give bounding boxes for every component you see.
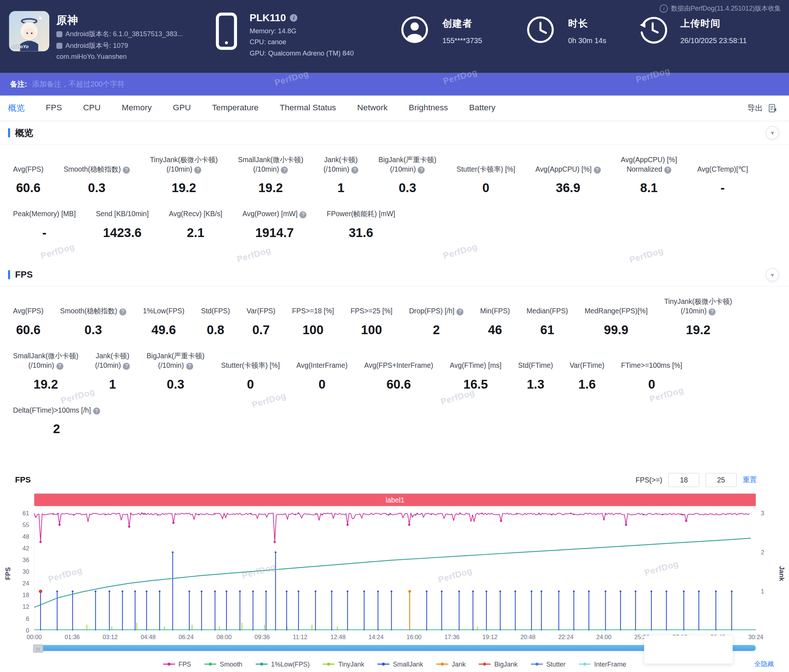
metric-value: 0.3 xyxy=(85,322,102,337)
help-icon[interactable]: ? xyxy=(120,308,126,315)
metric-1%low-fps-: 1%Low(FPS)49.6 xyxy=(143,306,184,337)
help-icon[interactable]: ? xyxy=(123,166,130,174)
help-icon[interactable]: ? xyxy=(281,166,288,174)
metric-value: 2 xyxy=(433,322,440,337)
metric-median-fps-: Median(FPS)61 xyxy=(526,306,568,337)
note-label: 备注: xyxy=(10,80,27,89)
metric-value: 1914.7 xyxy=(256,225,294,240)
legend-swatch xyxy=(204,662,216,667)
metric-value: 0 xyxy=(318,377,326,391)
tab-brightness[interactable]: Brightness xyxy=(409,103,448,113)
tab-gpu[interactable]: GPU xyxy=(173,103,191,113)
help-icon[interactable]: ? xyxy=(194,166,201,174)
fps-threshold-high-input[interactable] xyxy=(705,473,736,487)
metric-label: Avg(Recv) [KB/s] xyxy=(169,209,222,219)
metric-label: Smooth(稳帧指数)? xyxy=(60,306,126,316)
legend-item-smalljank[interactable]: SmallJank xyxy=(377,660,423,668)
legend-item-interframe[interactable]: InterFrame xyxy=(578,660,626,668)
metric-avg-fps-: Avg(FPS)60.6 xyxy=(13,164,43,195)
android-version-name: Android版本名: 6.1.0_38157513_383... xyxy=(65,30,183,39)
legend-item-tinyjank[interactable]: TinyJank xyxy=(323,660,364,668)
metric-smooth-: Smooth(稳帧指数)?0.3 xyxy=(60,306,126,337)
export-button[interactable]: 导出 xyxy=(747,103,763,113)
svg-text:11:12: 11:12 xyxy=(292,634,307,641)
section-accent-bar xyxy=(8,128,10,137)
metric-label: FPS>=18 [%] xyxy=(292,306,334,316)
tab-memory[interactable]: Memory xyxy=(121,103,152,113)
help-icon[interactable]: ? xyxy=(457,308,463,315)
legend-swatch xyxy=(479,662,490,667)
metric-label: Var(FTime) xyxy=(569,361,604,370)
metric-bigjank-: BigJank(严重卡顿)(/10min)?0.3 xyxy=(147,351,204,391)
legend-swatch xyxy=(578,662,591,667)
note-input[interactable]: 添加备注，不超过200个字符 xyxy=(32,80,779,89)
help-icon[interactable]: ? xyxy=(93,408,100,415)
person-icon xyxy=(400,15,429,44)
app-info: miHoYo 原神 Android版本名: 6.1.0_38157513_383… xyxy=(9,11,183,60)
overview-collapse-button[interactable]: ▼ xyxy=(766,126,779,139)
svg-text:00:00: 00:00 xyxy=(27,634,42,641)
legend-item-1%low-fps-[interactable]: 1%Low(FPS) xyxy=(256,660,309,668)
metric-min-fps-: Min(FPS)46 xyxy=(480,306,509,337)
help-icon[interactable]: ? xyxy=(186,363,193,370)
legend-swatch xyxy=(323,662,335,667)
help-icon[interactable]: ? xyxy=(709,308,716,315)
device-model: PLK110 xyxy=(249,12,286,24)
legend-item-smooth[interactable]: Smooth xyxy=(204,660,242,668)
metric-value: 1.6 xyxy=(578,377,596,391)
metric-row: Avg(FPS)60.6Smooth(稳帧指数)?0.3TinyJank(极微小… xyxy=(13,155,785,195)
chart-label-bar: label1 xyxy=(34,493,756,506)
header: miHoYo 原神 Android版本名: 6.1.0_38157513_383… xyxy=(0,0,789,73)
scrollbar-drag-handle[interactable]: ||| xyxy=(33,645,43,653)
help-icon[interactable]: ? xyxy=(123,363,130,370)
metric-label: Drop(FPS) [/h]? xyxy=(409,306,463,316)
legend-label: Jank xyxy=(452,660,466,668)
tab-battery[interactable]: Battery xyxy=(469,103,495,113)
hide-all-link[interactable]: 全隐藏 xyxy=(754,659,774,669)
legend-item-fps[interactable]: FPS xyxy=(163,660,192,668)
legend-swatch xyxy=(163,662,175,667)
duration-stat: 时长 0h 30m 14s xyxy=(526,15,606,45)
help-icon[interactable]: ? xyxy=(594,166,601,174)
tab-cpu[interactable]: CPU xyxy=(83,103,101,113)
help-icon[interactable]: ? xyxy=(664,166,671,174)
fps-threshold-low-input[interactable] xyxy=(668,473,699,487)
android-build-icon xyxy=(56,43,62,49)
fps-collapse-button[interactable]: ▼ xyxy=(766,268,779,281)
help-icon[interactable]: ? xyxy=(56,363,63,370)
tab-概览[interactable]: 概览 xyxy=(8,103,24,113)
fps-chart[interactable]: 6155484236302418126032100:0001:3603:1204… xyxy=(0,508,789,642)
tab-thermal-status[interactable]: Thermal Status xyxy=(280,103,336,113)
svg-text:01:36: 01:36 xyxy=(65,634,80,641)
metric-row: SmallJank(微小卡顿)(/10min)?19.2Jank(卡顿)(/10… xyxy=(13,351,785,391)
metric-label: SmallJank(微小卡顿)(/10min)? xyxy=(238,155,303,174)
tab-temperature[interactable]: Temperature xyxy=(212,103,259,113)
metric-avg-recv-kb-s-: Avg(Recv) [KB/s]2.1 xyxy=(169,209,222,240)
legend-label: 1%Low(FPS) xyxy=(271,660,309,668)
metric-value: 99.9 xyxy=(604,322,628,337)
svg-text:12: 12 xyxy=(22,603,29,610)
legend-item-bigjank[interactable]: BigJank xyxy=(479,660,517,668)
export-report-icon[interactable] xyxy=(768,104,777,113)
svg-text:36: 36 xyxy=(22,557,29,563)
svg-text:30:24: 30:24 xyxy=(748,634,763,641)
svg-text:42: 42 xyxy=(22,545,29,552)
reset-button[interactable]: 重置 xyxy=(743,476,757,485)
help-icon[interactable]: ? xyxy=(300,211,307,219)
metric-value: 1 xyxy=(109,377,116,391)
metric-var-fps-: Var(FPS)0.7 xyxy=(247,306,275,337)
metric-std-fps-: Std(FPS)0.8 xyxy=(201,306,230,337)
metric-label: BigJank(严重卡顿)(/10min)? xyxy=(379,155,436,174)
tab-fps[interactable]: FPS xyxy=(46,103,62,113)
legend-item-jank[interactable]: Jank xyxy=(436,660,466,668)
tab-network[interactable]: Network xyxy=(357,103,388,113)
help-icon[interactable]: ? xyxy=(418,166,425,174)
help-icon[interactable]: ? xyxy=(351,166,358,174)
metric-label: TinyJank(极微小卡顿)(/10min)? xyxy=(150,155,218,174)
svg-text:06:24: 06:24 xyxy=(179,634,193,641)
device-info-icon[interactable]: i xyxy=(290,14,298,22)
metric-value: 60.6 xyxy=(16,181,40,195)
svg-text:24:00: 24:00 xyxy=(596,634,612,641)
legend-item-stutter[interactable]: Stutter xyxy=(531,660,565,668)
metric-label: BigJank(严重卡顿)(/10min)? xyxy=(147,351,204,370)
